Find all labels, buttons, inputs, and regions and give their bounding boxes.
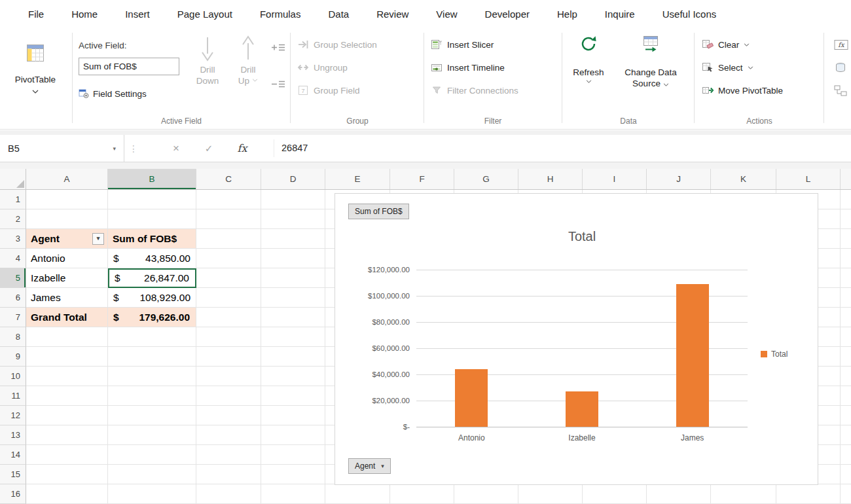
move-pivottable-button[interactable]: Move PivotTable	[702, 81, 783, 99]
menu-tab-formulas[interactable]: Formulas	[246, 9, 315, 20]
menu-tab-useful-icons[interactable]: Useful Icons	[649, 9, 731, 20]
formula-input[interactable]: 26847	[281, 135, 308, 162]
menu-tab-view[interactable]: View	[422, 9, 471, 20]
active-field-input[interactable]: Sum of FOB$	[79, 58, 179, 75]
select-button[interactable]: Select	[702, 58, 753, 77]
menu-tab-help[interactable]: Help	[543, 9, 591, 20]
legend-label: Total	[771, 350, 788, 359]
name-box-dropdown-icon[interactable]: ▾	[113, 135, 116, 162]
row-header-13[interactable]: 13	[0, 425, 26, 445]
menu-tab-home[interactable]: Home	[58, 9, 111, 20]
group-selection-button[interactable]: Group Selection	[297, 35, 377, 54]
y-axis-label: $-	[335, 422, 410, 432]
pivot-cell-a6[interactable]: James	[26, 288, 108, 308]
refresh-button[interactable]: Refresh	[567, 33, 610, 83]
column-header-b[interactable]: B	[108, 169, 196, 189]
pivot-cell-a5[interactable]: Izabelle	[26, 268, 108, 288]
group-field-button[interactable]: 7 Group Field	[297, 81, 360, 99]
column-header-c[interactable]: C	[196, 169, 261, 189]
row-header-2[interactable]: 2	[0, 209, 26, 229]
group-label-active-field: Active Field	[73, 117, 289, 126]
chart-value-field-button[interactable]: Sum of FOB$	[348, 204, 409, 219]
drill-up-button[interactable]: Drill Up	[229, 34, 267, 86]
column-header-e[interactable]: E	[325, 169, 390, 189]
column-header-g[interactable]: G	[454, 169, 518, 189]
row-header-7[interactable]: 7	[0, 308, 26, 327]
pivot-cell-b3[interactable]: Sum of FOB$	[108, 229, 196, 249]
row-header-4[interactable]: 4	[0, 249, 26, 268]
field-settings-button[interactable]: Field Settings	[79, 85, 147, 102]
insert-timeline-button[interactable]: Insert Timeline	[431, 58, 505, 77]
chart-legend[interactable]: Total	[761, 350, 788, 359]
pivot-cell-b6[interactable]: $108,929.00	[108, 288, 196, 308]
select-all-corner[interactable]	[0, 169, 26, 190]
formula-bar-handle[interactable]: ⋮	[129, 135, 138, 162]
menu-bar: File Home Insert Page Layout Formulas Da…	[0, 0, 851, 27]
clear-button[interactable]: Clear	[702, 35, 750, 54]
row-header-12[interactable]: 12	[0, 406, 26, 425]
column-header-partial[interactable]	[841, 169, 851, 189]
row-header-10[interactable]: 10	[0, 367, 26, 386]
row-header-14[interactable]: 14	[0, 445, 26, 465]
row-header-15[interactable]: 15	[0, 465, 26, 484]
bar-izabelle[interactable]	[566, 391, 598, 427]
pivot-cell-b7[interactable]: $179,626.00	[108, 308, 196, 327]
insert-slicer-button[interactable]: Insert Slicer	[431, 35, 494, 54]
row-header-16[interactable]: 16	[0, 484, 26, 504]
menu-tab-page-layout[interactable]: Page Layout	[164, 9, 246, 20]
column-header-d[interactable]: D	[261, 169, 325, 189]
chevron-down-icon	[744, 43, 750, 46]
pivot-cell-a7[interactable]: Grand Total	[26, 308, 108, 327]
ribbon-group-calculations-partial: fx	[831, 27, 851, 129]
pivot-cell-b5-selected[interactable]: $26,847.00	[108, 268, 196, 288]
menu-tab-inquire[interactable]: Inquire	[591, 9, 649, 20]
bar-james[interactable]	[676, 284, 709, 427]
row-header-11[interactable]: 11	[0, 386, 26, 406]
ungroup-button[interactable]: Ungroup	[297, 58, 348, 77]
pivottable-button-label: PivotTable	[15, 75, 56, 84]
change-data-source-button[interactable]: Change Data Source	[613, 33, 689, 89]
menu-tab-data[interactable]: Data	[314, 9, 363, 20]
row-header-5[interactable]: 5	[0, 268, 26, 288]
insert-function-icon[interactable]: fx	[232, 135, 252, 162]
bar-antonio[interactable]	[455, 369, 488, 427]
column-header-a[interactable]: A	[26, 169, 108, 189]
group-selection-icon	[297, 39, 309, 50]
pivot-chart[interactable]: Sum of FOB$ Total $-$20,000.00$40,000.00…	[335, 193, 818, 485]
column-header-j[interactable]: J	[647, 169, 711, 189]
row-header-8[interactable]: 8	[0, 327, 26, 347]
pivot-cell-a4[interactable]: Antonio	[26, 249, 108, 268]
relationships-button[interactable]	[834, 81, 847, 99]
row-header-1[interactable]: 1	[0, 190, 26, 209]
ribbon-separator	[824, 33, 824, 123]
gridline-vertical	[196, 190, 196, 504]
pivottable-button[interactable]: PivotTable	[7, 33, 64, 123]
column-header-h[interactable]: H	[518, 169, 583, 189]
menu-tab-insert[interactable]: Insert	[111, 9, 164, 20]
name-box[interactable]: B5 ▾	[0, 135, 124, 162]
menu-tab-review[interactable]: Review	[363, 9, 422, 20]
column-header-f[interactable]: F	[390, 169, 454, 189]
column-header-i[interactable]: I	[583, 169, 647, 189]
collapse-field-button[interactable]	[270, 77, 287, 92]
column-header-l[interactable]: L	[776, 169, 841, 189]
agent-filter-button[interactable]: ▾	[92, 233, 104, 245]
menu-tab-file[interactable]: File	[14, 9, 58, 20]
row-header-3[interactable]: 3	[0, 229, 26, 249]
drill-down-button[interactable]: Drill Down	[189, 34, 226, 86]
row-header-9[interactable]: 9	[0, 347, 26, 367]
fields-items-sets-button[interactable]: fx	[834, 35, 848, 54]
enter-icon[interactable]: ✓	[199, 135, 219, 162]
column-header-k[interactable]: K	[711, 169, 776, 189]
filter-connections-button[interactable]: Filter Connections	[431, 81, 518, 99]
pivot-cell-b4[interactable]: $43,850.00	[108, 249, 196, 268]
row-header-6[interactable]: 6	[0, 288, 26, 308]
olap-tools-button[interactable]	[834, 58, 847, 77]
cancel-icon[interactable]: ×	[166, 135, 186, 162]
chart-title[interactable]: Total	[416, 229, 748, 244]
expand-field-button[interactable]	[270, 41, 287, 55]
chart-axis-field-button[interactable]: Agent ▾	[348, 458, 391, 474]
menu-tab-developer[interactable]: Developer	[471, 9, 543, 20]
pivot-cell-a3[interactable]: Agent ▾	[26, 229, 108, 249]
ribbon-gap	[0, 130, 851, 135]
